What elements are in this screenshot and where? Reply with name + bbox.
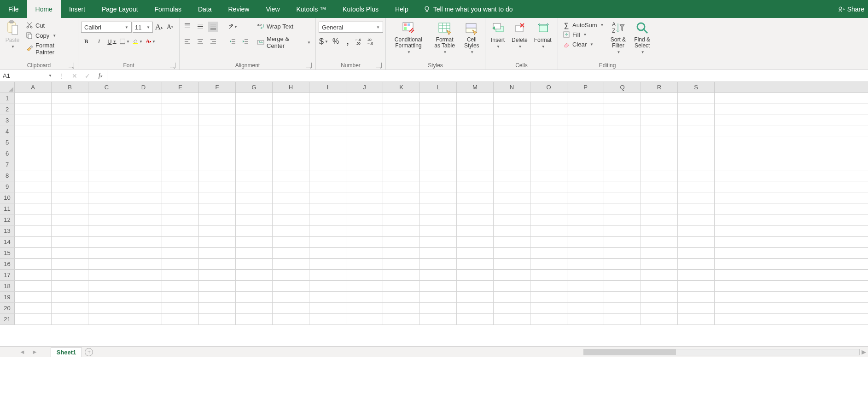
cell[interactable] [273, 181, 309, 192]
cell[interactable] [125, 270, 162, 280]
cell[interactable] [567, 259, 604, 269]
cell[interactable] [199, 159, 236, 170]
cancel-formula-button[interactable]: ✕ [68, 72, 81, 80]
cell[interactable] [383, 226, 420, 236]
cell[interactable] [236, 281, 273, 291]
cell[interactable] [420, 270, 457, 280]
cell[interactable] [88, 248, 125, 258]
cell[interactable] [88, 226, 125, 236]
fill-color-button[interactable]: ▼ [133, 36, 143, 46]
cell[interactable] [494, 303, 530, 313]
orientation-button[interactable]: ab▼ [227, 22, 238, 32]
cell[interactable] [604, 104, 641, 115]
cell[interactable] [604, 237, 641, 247]
column-header[interactable]: D [125, 82, 162, 93]
cell[interactable] [457, 303, 494, 313]
cell[interactable] [641, 192, 678, 203]
sheet-nav-next[interactable]: ► [30, 348, 40, 355]
cell[interactable] [494, 270, 530, 280]
cell[interactable] [309, 303, 346, 313]
cell[interactable] [52, 270, 88, 280]
cell[interactable] [567, 192, 604, 203]
cell[interactable] [15, 248, 52, 258]
cell[interactable] [346, 292, 383, 302]
cell[interactable] [236, 148, 273, 159]
column-header[interactable]: O [530, 82, 567, 93]
cell[interactable] [88, 237, 125, 247]
cell[interactable] [309, 270, 346, 280]
cell[interactable] [346, 181, 383, 192]
cell[interactable] [125, 104, 162, 115]
share-button[interactable]: Share [838, 0, 868, 18]
cell[interactable] [52, 259, 88, 269]
merge-center-button[interactable]: Merge & Center ▼ [255, 35, 313, 50]
cell[interactable] [15, 115, 52, 126]
cell[interactable] [420, 292, 457, 302]
cell[interactable] [530, 248, 567, 258]
cell[interactable] [604, 181, 641, 192]
cell[interactable] [494, 104, 530, 115]
cell[interactable] [567, 203, 604, 214]
cell[interactable] [457, 226, 494, 236]
cell[interactable] [236, 303, 273, 313]
column-header[interactable]: Q [604, 82, 641, 93]
cell[interactable] [88, 270, 125, 280]
cell[interactable] [52, 237, 88, 247]
cell[interactable] [346, 159, 383, 170]
tab-kutools[interactable]: Kutools ™ [288, 0, 335, 18]
cell[interactable] [236, 314, 273, 324]
cell[interactable] [125, 159, 162, 170]
cell[interactable] [457, 148, 494, 159]
horizontal-scrollbar[interactable] [583, 349, 860, 355]
font-size-dropdown[interactable]: 11▼ [133, 22, 153, 33]
cell[interactable] [15, 226, 52, 236]
cell[interactable] [346, 214, 383, 225]
cell[interactable] [162, 292, 199, 302]
cell[interactable] [494, 214, 530, 225]
cell[interactable] [678, 137, 715, 148]
cell[interactable] [604, 203, 641, 214]
cell[interactable] [457, 93, 494, 104]
cell[interactable] [52, 192, 88, 203]
cell[interactable] [15, 292, 52, 302]
accounting-format-button[interactable]: $▼ [319, 36, 329, 46]
cell[interactable] [457, 281, 494, 291]
cell[interactable] [88, 170, 125, 181]
cell[interactable] [567, 214, 604, 225]
row-header[interactable]: 17 [0, 270, 15, 280]
cell[interactable] [678, 126, 715, 137]
sort-filter-button[interactable]: AZ Sort & Filter▼ [607, 19, 629, 56]
column-header[interactable]: L [420, 82, 457, 93]
cell[interactable] [309, 203, 346, 214]
cell[interactable] [567, 237, 604, 247]
cell[interactable] [52, 104, 88, 115]
cell[interactable] [309, 126, 346, 137]
cell[interactable] [199, 214, 236, 225]
cell[interactable] [346, 281, 383, 291]
cell[interactable] [52, 214, 88, 225]
align-right-button[interactable] [208, 36, 218, 46]
cell[interactable] [530, 148, 567, 159]
column-header[interactable]: R [641, 82, 678, 93]
cell[interactable] [383, 181, 420, 192]
tab-insert[interactable]: Insert [61, 0, 93, 18]
cell[interactable] [678, 104, 715, 115]
cell[interactable] [641, 104, 678, 115]
cell[interactable] [199, 292, 236, 302]
cell[interactable] [420, 159, 457, 170]
cell[interactable] [457, 104, 494, 115]
cell[interactable] [604, 115, 641, 126]
decrease-indent-button[interactable] [227, 36, 238, 46]
cell[interactable] [88, 148, 125, 159]
cell[interactable] [309, 237, 346, 247]
cell[interactable] [236, 214, 273, 225]
cell[interactable] [162, 104, 199, 115]
cell[interactable] [383, 159, 420, 170]
copy-button[interactable]: Copy ▼ [24, 31, 75, 40]
cell[interactable] [273, 137, 309, 148]
tab-data[interactable]: Data [190, 0, 220, 18]
cell[interactable] [15, 159, 52, 170]
row-header[interactable]: 13 [0, 226, 15, 236]
cell[interactable] [199, 137, 236, 148]
cell[interactable] [346, 137, 383, 148]
